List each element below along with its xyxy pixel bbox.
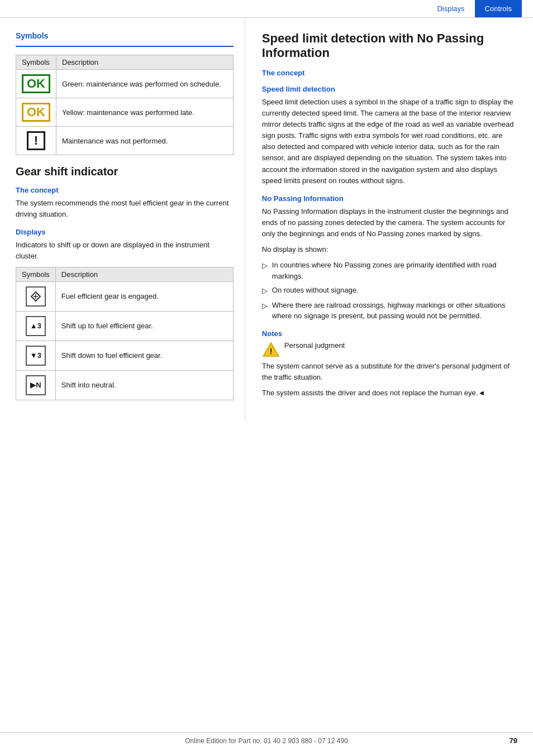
table-row: OK Yellow: maintenance was performed lat… <box>16 98 234 127</box>
table-row: ! Maintenance was not performed. <box>16 127 234 155</box>
svg-text:!: ! <box>269 347 272 356</box>
gear-diamond-desc: Fuel efficient gear is engaged. <box>55 281 233 311</box>
description-col-header: Description <box>56 55 234 70</box>
shift-up-icon: ▲3 <box>26 316 46 336</box>
main-title: Speed limit detection with No Passing In… <box>262 31 517 61</box>
list-item: On routes without signage. <box>262 285 517 296</box>
symbols-col-header: Symbols <box>16 55 56 70</box>
tab-displays[interactable]: Displays <box>427 0 474 17</box>
gear-down3-cell: ▼3 <box>16 341 56 370</box>
table-row: ▲3 Shift up to fuel efficient gear. <box>16 311 234 341</box>
notes-section: Notes ! Personal judgment The system can… <box>262 329 517 399</box>
gear-down3-desc: Shift down to fuel efficient gear. <box>55 341 233 370</box>
table-row: ▼3 Shift down to fuel efficient gear. <box>16 341 234 370</box>
gear-diamond-cell <box>16 281 56 311</box>
no-passing-label: No Passing Information <box>262 194 517 203</box>
no-display-label: No display is shown: <box>262 244 517 255</box>
notes-text2: The system assists the driver and does n… <box>262 387 517 399</box>
bullet-text-3: Where there are railroad crossings, high… <box>272 300 517 322</box>
symbol-exclaim-cell: ! <box>16 127 56 155</box>
list-item: In countries where No Passing zones are … <box>262 260 517 281</box>
symbols-section-title: Symbols <box>16 31 234 40</box>
tab-controls[interactable]: Controls <box>475 0 522 17</box>
right-column: Speed limit detection with No Passing In… <box>245 18 533 422</box>
left-column: Symbols Symbols Description OK Green: ma… <box>0 18 245 422</box>
description-exclaim-cell: Maintenance was not performed. <box>56 127 234 155</box>
neutral-icon: ▶N <box>26 375 46 395</box>
no-passing-text1: No Passing Information displays in the i… <box>262 206 517 240</box>
gear-sym-col-header: Symbols <box>16 267 56 281</box>
description-green-cell: Green: maintenance was performed on sche… <box>56 70 234 98</box>
speed-limit-label: Speed limit detection <box>262 85 517 93</box>
header-tabs: Displays Controls <box>0 0 533 18</box>
notes-label: Notes <box>262 329 517 338</box>
no-display-bullets: In countries where No Passing zones are … <box>262 260 517 322</box>
notes-icon-row: ! Personal judgment <box>262 341 517 357</box>
speed-limit-text: Speed limit detection uses a symbol in t… <box>262 97 517 186</box>
table-row: OK Green: maintenance was performed on s… <box>16 70 234 98</box>
bullet-text-2: On routes without signage. <box>272 285 359 296</box>
footer-text: Online Edition for Part no. 01 40 2 903 … <box>185 737 348 745</box>
page-number: 79 <box>510 736 517 745</box>
warning-triangle-icon: ! <box>262 342 280 357</box>
table-row: ▶N Shift into neutral. <box>16 370 234 400</box>
concept-label: The concept <box>262 69 517 77</box>
shift-down-icon: ▼3 <box>26 346 46 366</box>
page-content: Symbols Symbols Description OK Green: ma… <box>0 18 533 422</box>
gear-up3-desc: Shift up to fuel efficient gear. <box>55 311 233 341</box>
gear-desc-col-header: Description <box>55 267 233 281</box>
symbols-table: Symbols Description OK Green: maintenanc… <box>16 55 234 155</box>
notes-text1: The system cannot serve as a substitute … <box>262 361 517 383</box>
exclamation-icon: ! <box>27 131 45 150</box>
ok-yellow-icon: OK <box>22 103 50 122</box>
gear-concept-label: The concept <box>16 186 234 194</box>
gear-displays-label: Displays <box>16 228 234 236</box>
gear-up3-cell: ▲3 <box>16 311 56 341</box>
gear-table: Symbols Description <box>16 267 234 400</box>
ok-green-icon: OK <box>22 74 50 93</box>
gear-concept-text: The system recommends the most fuel effi… <box>16 198 234 220</box>
gear-displays-text: Indicators to shift up or down are displ… <box>16 240 234 262</box>
gear-shift-heading: Gear shift indicator <box>16 165 234 178</box>
bullet-text-1: In countries where No Passing zones are … <box>272 260 517 281</box>
gear-neutral-cell: ▶N <box>16 370 56 400</box>
footer: Online Edition for Part no. 01 40 2 903 … <box>0 732 533 745</box>
list-item: Where there are railroad crossings, high… <box>262 300 517 322</box>
fuel-efficient-icon <box>26 286 46 307</box>
description-yellow-cell: Yellow: maintenance was performed late. <box>56 98 234 127</box>
notes-warning-title: Personal judgment <box>284 341 345 350</box>
symbol-ok-green-cell: OK <box>16 70 56 98</box>
gear-neutral-desc: Shift into neutral. <box>55 370 233 400</box>
symbol-ok-yellow-cell: OK <box>16 98 56 127</box>
table-row: Fuel efficient gear is engaged. <box>16 281 234 311</box>
